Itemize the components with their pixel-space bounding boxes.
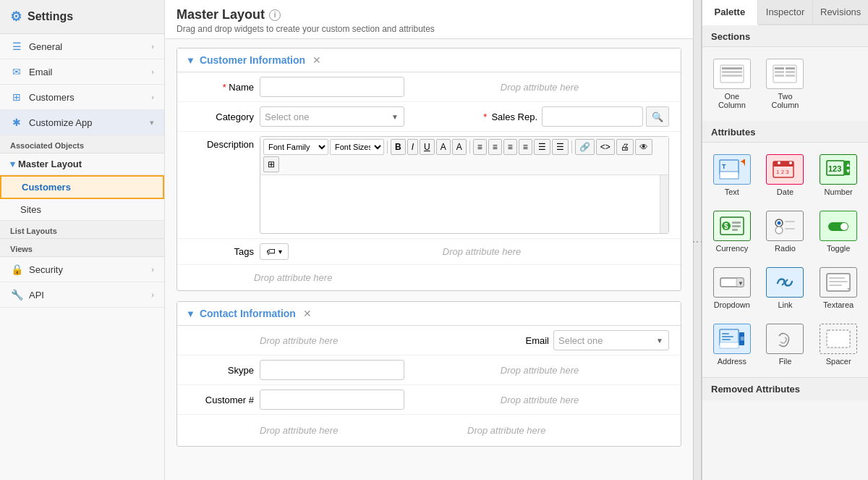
sidebar-item-label-api: API	[29, 290, 145, 300]
text-widget[interactable]: T ✦ Text	[708, 150, 756, 201]
rte-body[interactable]	[260, 175, 668, 233]
email-icon: ✉	[10, 66, 23, 77]
name-label: Name	[229, 82, 254, 93]
info-icon[interactable]: i	[269, 9, 281, 21]
svg-text:✦: ✦	[739, 159, 745, 169]
customer-drop-only-placeholder: Drop attribute here	[254, 268, 332, 287]
tab-revisions[interactable]: Revisions	[813, 0, 868, 24]
rte-code-button[interactable]: <>	[596, 139, 615, 155]
textarea-icon	[820, 267, 857, 298]
sidebar-item-customize-app[interactable]: ✱ Customize App ▾	[0, 110, 164, 135]
skype-label: Skype	[228, 365, 254, 376]
svg-rect-50	[722, 339, 731, 340]
sidebar-item-api[interactable]: 🔧 API ›	[0, 282, 164, 308]
address-widget[interactable]: ≡ Address	[708, 319, 756, 370]
textarea-widget[interactable]: Textarea	[814, 263, 862, 313]
close-contact-section-icon[interactable]: ✕	[303, 308, 312, 319]
tab-inspector[interactable]: Inspector	[758, 0, 814, 24]
email-label: Email	[525, 335, 549, 346]
one-column-icon	[713, 59, 751, 89]
contact-drop-left-2: Drop attribute here	[260, 421, 338, 440]
svg-rect-3	[722, 75, 742, 77]
spacer-widget[interactable]: Spacer	[814, 319, 862, 370]
rte-align-right-button[interactable]: ≡	[503, 139, 517, 155]
rte-bold-button[interactable]: B	[391, 139, 406, 155]
svg-rect-6	[786, 67, 795, 70]
rte-list-ul-button[interactable]: ☰	[534, 139, 550, 155]
dropdown-widget[interactable]: ▼ Dropdown	[708, 263, 756, 313]
master-layout-item[interactable]: ▾ Master Layout	[0, 153, 164, 175]
sidebar-sub-item-customers[interactable]: Customers	[0, 175, 164, 199]
rte-table-button[interactable]: ⊞	[263, 156, 279, 172]
views-label[interactable]: Views	[0, 239, 164, 257]
list-layouts-label[interactable]: List Layouts	[0, 221, 164, 239]
sidebar-item-security[interactable]: 🔒 Security ›	[0, 257, 164, 282]
svg-point-33	[778, 222, 781, 225]
font-sizes-select[interactable]: Font Sizes	[330, 139, 384, 155]
link-widget[interactable]: Link	[762, 263, 809, 313]
rte-link-button[interactable]: 🔗	[575, 139, 595, 155]
rte-color-button[interactable]: A	[436, 139, 451, 155]
category-select[interactable]: Select one	[260, 106, 404, 127]
radio-widget[interactable]: Radio	[762, 206, 809, 257]
svg-text:123: 123	[828, 164, 841, 173]
svg-rect-45	[829, 285, 842, 286]
rte-scrollbar[interactable]	[660, 175, 668, 233]
sections-widget-grid: One Column Two Column	[702, 47, 868, 121]
spacer-widget-label: Spacer	[826, 357, 851, 366]
sales-rep-search-button[interactable]: 🔍	[646, 106, 669, 127]
associated-objects-label: Associated Objects	[0, 135, 164, 153]
rte-preview-button[interactable]: 👁	[635, 139, 652, 155]
number-widget[interactable]: 123 ▲ ▼ Number	[814, 150, 862, 201]
description-rte[interactable]: Font Family Font Sizes B I U A A ≡ ≡	[260, 136, 669, 234]
file-icon	[766, 324, 804, 354]
sections-panel-label: Sections	[702, 25, 868, 47]
svg-rect-30	[732, 225, 741, 227]
date-widget[interactable]: 1 2 3 Date	[762, 150, 809, 201]
address-widget-label: Address	[718, 357, 746, 366]
collapse-contact-icon[interactable]: ▼	[186, 308, 195, 319]
contact-drop-left-1: Drop attribute here	[260, 331, 338, 350]
rte-align-center-button[interactable]: ≡	[488, 139, 502, 155]
one-column-widget[interactable]: One Column	[708, 54, 756, 114]
tab-palette[interactable]: Palette	[702, 0, 758, 25]
rte-bgcolor-button[interactable]: A	[452, 139, 467, 155]
close-customer-section-icon[interactable]: ✕	[312, 54, 321, 66]
sidebar-item-label-customize: Customize App	[29, 117, 144, 128]
customize-icon: ✱	[10, 117, 23, 128]
font-family-select[interactable]: Font Family	[263, 139, 328, 155]
category-label: Category	[216, 111, 254, 122]
skype-input[interactable]	[260, 360, 404, 380]
file-widget-label: File	[779, 357, 792, 366]
sidebar-item-email[interactable]: ✉ Email ›	[0, 59, 164, 85]
chevron-right-icon-customers: ›	[151, 93, 154, 101]
rte-align-justify-button[interactable]: ≡	[519, 139, 532, 155]
panel-divider[interactable]: ⋮	[693, 0, 702, 480]
sidebar-item-general[interactable]: ☰ General ›	[0, 34, 164, 59]
toggle-widget[interactable]: Toggle	[814, 206, 862, 257]
two-column-widget[interactable]: Two Column	[762, 54, 809, 114]
sidebar-sub-item-sites[interactable]: Sites	[0, 199, 164, 221]
rte-list-ol-button[interactable]: ☰	[552, 139, 569, 155]
spacer-icon	[820, 324, 857, 354]
currency-icon: $	[713, 211, 751, 241]
sidebar-item-customers[interactable]: ⊞ Customers ›	[0, 85, 164, 110]
sub-customers-label: Customers	[22, 182, 71, 193]
customer-num-input[interactable]	[260, 390, 404, 410]
file-widget[interactable]: File	[762, 319, 809, 370]
name-input[interactable]	[260, 77, 404, 97]
rte-italic-button[interactable]: I	[407, 139, 418, 155]
svg-text:≡: ≡	[740, 334, 744, 342]
currency-widget[interactable]: $ Currency	[708, 206, 756, 257]
tags-label: Tags	[234, 246, 254, 257]
collapse-customer-icon[interactable]: ▼	[186, 55, 195, 66]
rte-print-button[interactable]: 🖨	[616, 139, 634, 155]
tags-button[interactable]: 🏷 ▾	[260, 243, 289, 260]
sales-rep-input[interactable]	[542, 106, 643, 127]
description-label: Description	[207, 139, 254, 150]
email-select[interactable]: Select one	[553, 330, 669, 350]
rte-underline-button[interactable]: U	[420, 139, 435, 155]
chevron-down-icon-customize: ▾	[150, 118, 154, 127]
chevron-right-icon-api: ›	[151, 290, 154, 299]
rte-align-left-button[interactable]: ≡	[473, 139, 487, 155]
